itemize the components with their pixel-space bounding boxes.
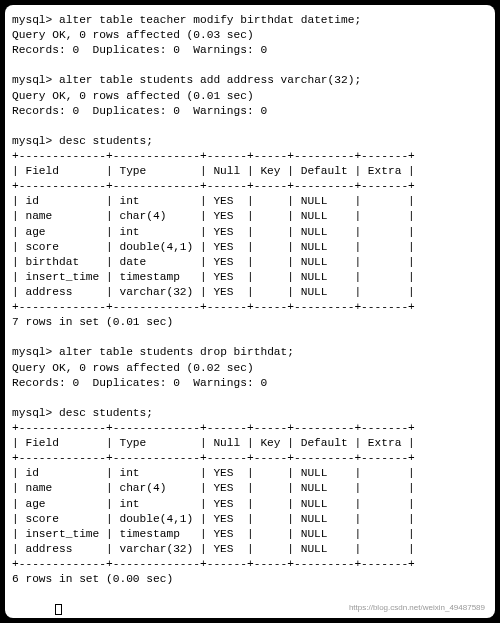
sql-command: desc students;	[59, 135, 153, 147]
table-row: | age | int | YES | | NULL | |	[12, 497, 488, 512]
blank-line	[12, 587, 488, 602]
sql-command: alter table teacher modify birthdat date…	[59, 14, 361, 26]
sql-command: desc students;	[59, 407, 153, 419]
result-line: Query OK, 0 rows affected (0.03 sec)	[12, 28, 488, 43]
table-row: | score | double(4,1) | YES | | NULL | |	[12, 512, 488, 527]
result-line: Records: 0 Duplicates: 0 Warnings: 0	[12, 104, 488, 119]
table-row: | insert_time | timestamp | YES | | NULL…	[12, 270, 488, 285]
sql-command: alter table students drop birthdat;	[59, 346, 294, 358]
table-row: | address | varchar(32) | YES | | NULL |…	[12, 285, 488, 300]
prompt: mysql>	[12, 74, 52, 86]
command-line: mysql> alter table teacher modify birthd…	[12, 13, 488, 28]
result-line: Records: 0 Duplicates: 0 Warnings: 0	[12, 376, 488, 391]
table-border: +-------------+-------------+------+----…	[12, 149, 488, 164]
result-line: Query OK, 0 rows affected (0.01 sec)	[12, 89, 488, 104]
command-line: mysql> alter table students add address …	[12, 73, 488, 88]
terminal-window[interactable]: mysql> alter table teacher modify birthd…	[5, 5, 495, 618]
prompt: mysql>	[12, 14, 52, 26]
cursor-icon	[55, 604, 62, 615]
command-line: mysql> alter table students drop birthda…	[12, 345, 488, 360]
prompt: mysql>	[12, 135, 52, 147]
table-row: | name | char(4) | YES | | NULL | |	[12, 209, 488, 224]
result-summary: 7 rows in set (0.01 sec)	[12, 315, 488, 330]
prompt: mysql>	[12, 407, 52, 419]
command-line: mysql> desc students;	[12, 406, 488, 421]
table-row: | birthdat | date | YES | | NULL | |	[12, 255, 488, 270]
blank-line	[12, 58, 488, 73]
table-row: | score | double(4,1) | YES | | NULL | |	[12, 240, 488, 255]
watermark-text: https://blog.csdn.net/weixin_49487589	[349, 603, 485, 614]
table-header: | Field | Type | Null | Key | Default | …	[12, 436, 488, 451]
blank-line	[12, 330, 488, 345]
table-border: +-------------+-------------+------+----…	[12, 451, 488, 466]
table-row: | age | int | YES | | NULL | |	[12, 225, 488, 240]
table-row: | id | int | YES | | NULL | |	[12, 194, 488, 209]
table-header: | Field | Type | Null | Key | Default | …	[12, 164, 488, 179]
blank-line	[12, 119, 488, 134]
result-line: Query OK, 0 rows affected (0.02 sec)	[12, 361, 488, 376]
table-row: | id | int | YES | | NULL | |	[12, 466, 488, 481]
table-row: | address | varchar(32) | YES | | NULL |…	[12, 542, 488, 557]
result-summary: 6 rows in set (0.00 sec)	[12, 572, 488, 587]
table-border: +-------------+-------------+------+----…	[12, 179, 488, 194]
table-row: | insert_time | timestamp | YES | | NULL…	[12, 527, 488, 542]
table-border: +-------------+-------------+------+----…	[12, 557, 488, 572]
table-row: | name | char(4) | YES | | NULL | |	[12, 481, 488, 496]
command-line: mysql> desc students;	[12, 134, 488, 149]
table-border: +-------------+-------------+------+----…	[12, 421, 488, 436]
blank-line	[12, 391, 488, 406]
prompt: mysql>	[12, 346, 52, 358]
table-border: +-------------+-------------+------+----…	[12, 300, 488, 315]
sql-command: alter table students add address varchar…	[59, 74, 361, 86]
result-line: Records: 0 Duplicates: 0 Warnings: 0	[12, 43, 488, 58]
